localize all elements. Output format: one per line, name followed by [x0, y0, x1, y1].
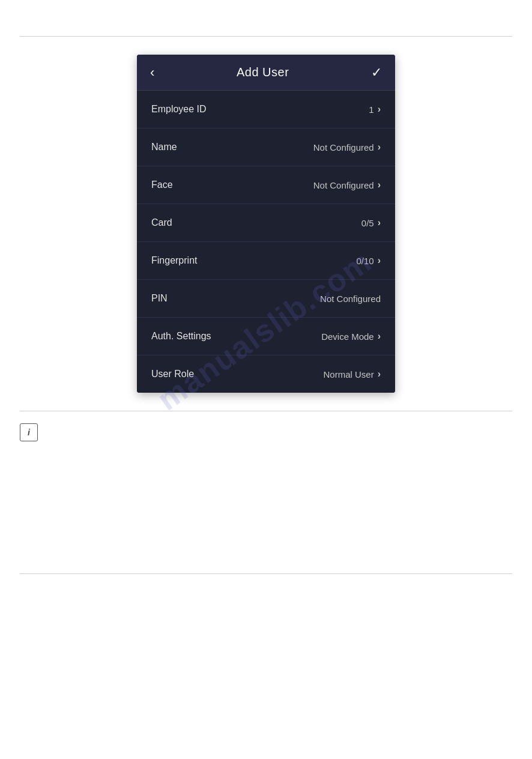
row-label-card: Card — [151, 217, 172, 228]
menu-row-card[interactable]: Card0/5› — [137, 204, 395, 242]
back-button[interactable]: ‹ — [150, 66, 154, 79]
row-value-name: Not Configured — [313, 142, 374, 153]
page-wrapper: ‹ Add User ✓ Employee ID1›NameNot Config… — [0, 0, 532, 759]
row-chevron-card: › — [378, 217, 381, 228]
row-value-user-role: Normal User — [323, 369, 373, 380]
row-label-fingerprint: Fingerprint — [151, 255, 197, 266]
menu-row-name[interactable]: NameNot Configured› — [137, 129, 395, 166]
row-value-auth-settings: Device Mode — [321, 331, 374, 342]
bottom-divider-2 — [20, 573, 512, 574]
row-value-wrap-face: Not Configured› — [313, 180, 381, 190]
row-chevron-employee-id: › — [378, 104, 381, 115]
row-value-fingerprint: 0/10 — [356, 256, 373, 266]
menu-row-face[interactable]: FaceNot Configured› — [137, 166, 395, 204]
confirm-button[interactable]: ✓ — [371, 66, 382, 79]
screen-title: Add User — [237, 65, 289, 79]
device-screen: ‹ Add User ✓ Employee ID1›NameNot Config… — [137, 55, 395, 393]
menu-row-employee-id[interactable]: Employee ID1› — [137, 91, 395, 129]
row-value-wrap-employee-id: 1› — [369, 104, 381, 115]
bottom-divider — [20, 411, 512, 411]
menu-row-auth-settings[interactable]: Auth. SettingsDevice Mode› — [137, 318, 395, 355]
menu-list: Employee ID1›NameNot Configured›FaceNot … — [137, 91, 395, 393]
row-label-employee-id: Employee ID — [151, 104, 207, 115]
row-label-face: Face — [151, 180, 173, 190]
info-icon: i — [28, 428, 30, 437]
info-icon-box: i — [20, 423, 38, 441]
screen-header: ‹ Add User ✓ — [137, 55, 395, 91]
row-chevron-user-role: › — [378, 369, 381, 380]
row-label-pin: PIN — [151, 293, 168, 304]
row-chevron-fingerprint: › — [378, 255, 381, 266]
row-label-user-role: User Role — [151, 369, 194, 380]
menu-row-pin[interactable]: PINNot Configured — [137, 280, 395, 318]
row-chevron-auth-settings: › — [378, 331, 381, 342]
row-label-auth-settings: Auth. Settings — [151, 331, 211, 342]
row-value-wrap-user-role: Normal User› — [323, 369, 381, 380]
menu-row-user-role[interactable]: User RoleNormal User› — [137, 355, 395, 393]
row-value-wrap-card: 0/5› — [361, 217, 381, 228]
row-value-pin: Not Configured — [320, 294, 381, 304]
row-chevron-name: › — [378, 142, 381, 153]
row-value-face: Not Configured — [313, 180, 374, 190]
row-value-wrap-pin: Not Configured — [320, 294, 381, 304]
row-value-card: 0/5 — [361, 218, 374, 228]
row-value-wrap-auth-settings: Device Mode› — [321, 331, 381, 342]
row-value-wrap-name: Not Configured› — [313, 142, 381, 153]
row-chevron-face: › — [378, 180, 381, 190]
menu-row-fingerprint[interactable]: Fingerprint0/10› — [137, 242, 395, 280]
info-note: i — [20, 422, 512, 441]
row-value-wrap-fingerprint: 0/10› — [356, 255, 381, 266]
row-label-name: Name — [151, 142, 177, 153]
row-value-employee-id: 1 — [369, 104, 373, 115]
top-divider — [20, 36, 512, 37]
